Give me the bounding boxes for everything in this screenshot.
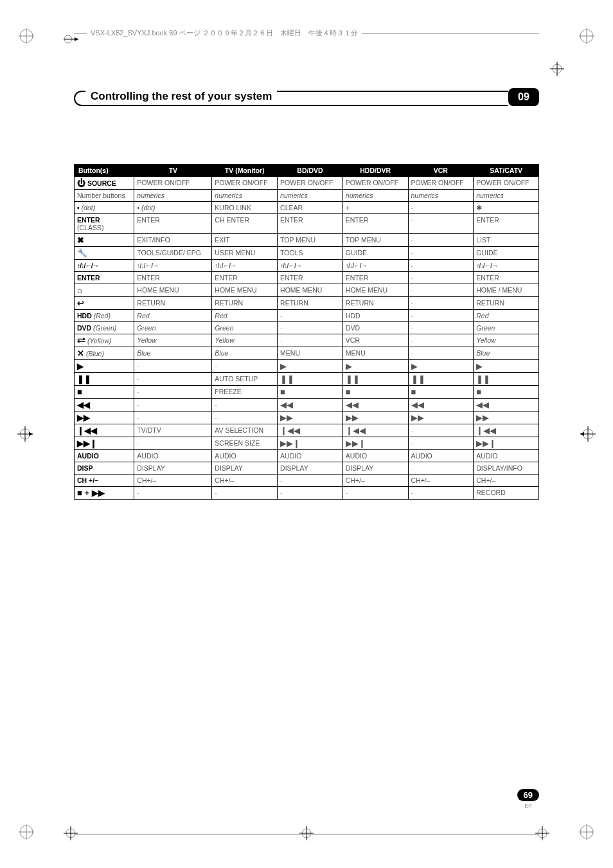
table-cell: DISPLAY (278, 462, 343, 475)
table-cell: MENU (278, 347, 343, 360)
table-cell: ▶ (408, 360, 474, 373)
table-cell: - (408, 234, 474, 247)
row-label: ⮂ (Yellow) (75, 334, 134, 347)
table-cell: AV SELECTION (212, 424, 278, 437)
table-cell: Green (474, 322, 539, 334)
table-cell: ENTER (474, 214, 539, 234)
col-buttons: Button(s) (75, 165, 134, 177)
table-cell: - (212, 487, 278, 500)
table-cell: ❙◀◀ (474, 424, 539, 437)
stop-icon: ■ (476, 387, 481, 397)
table-cell: numerics (212, 190, 278, 202)
stop-icon: ■ (77, 387, 82, 397)
table-cell: - (212, 399, 278, 411)
table-cell: ■ (278, 386, 343, 399)
table-cell: TOP MENU (278, 234, 343, 247)
table-row: ▶--▶▶▶▶ (75, 360, 539, 373)
table-cell: SCREEN SIZE (212, 437, 278, 450)
preset-code-table: Button(s)TVTV (Monitor)BD/DVDHDD/DVRVCRS… (74, 164, 539, 500)
stop-icon: ■ (280, 387, 285, 397)
arrows-icon: ↑/↓/←/→ (77, 262, 98, 269)
table-cell: DISPLAY/INFO (474, 462, 539, 475)
table-cell: Blue (474, 347, 539, 360)
table-cell: Green (134, 322, 212, 334)
table-cell: Red (134, 310, 212, 322)
table-cell: ▶▶ (278, 411, 343, 424)
table-cell: numerics (408, 190, 474, 202)
table-cell: ENTER (212, 272, 278, 284)
table-cell: - (408, 322, 474, 334)
rew-icon: ◀◀ (411, 400, 424, 410)
table-cell: AUDIO (408, 450, 474, 462)
table-cell: CH+/– (134, 475, 212, 487)
table-row: ⮂ (Yellow)YellowYellow-VCR-Yellow (75, 334, 539, 347)
table-cell: ▶▶ (342, 411, 408, 424)
table-cell: ◀◀ (408, 399, 474, 411)
loop-icon: ⮂ (77, 336, 85, 345)
page-number: 69 En (517, 789, 539, 809)
row-label: HDD (Red) (75, 310, 134, 322)
table-cell: numerics (342, 190, 408, 202)
ff-icon: ▶▶ (476, 413, 489, 422)
svg-marker-25 (75, 37, 78, 41)
home-icon: ⌂ (77, 285, 82, 295)
table-cell: AUDIO (278, 450, 343, 462)
col-device: VCR (408, 165, 474, 177)
table-cell: ❚❚ (278, 373, 343, 386)
page-lang: En (517, 802, 539, 809)
table-cell: EXIT (212, 234, 278, 247)
svg-marker-15 (29, 432, 33, 436)
table-cell: ▶▶❙ (342, 437, 408, 450)
table-cell: - (408, 334, 474, 347)
table-cell: POWER ON/OFF (212, 177, 278, 190)
chapter-header: Controlling the rest of your system 09 (74, 87, 539, 106)
table-cell: TOOLS/GUIDE/ EPG (134, 247, 212, 260)
table-cell: - (278, 334, 343, 347)
row-label: ■ (75, 386, 134, 399)
table-cell: ❚❚ (474, 373, 539, 386)
table-cell: - (278, 475, 343, 487)
table-cell: - (408, 272, 474, 284)
wrench-icon: 🔧 (77, 248, 87, 258)
table-cell: ↑/↓/←/→ (474, 260, 539, 272)
rew-icon: ◀◀ (476, 400, 489, 410)
row-label: ⌂ (75, 284, 134, 297)
row-label: ◀◀ (75, 399, 134, 411)
table-cell: - (408, 202, 474, 214)
page-number-value: 69 (517, 789, 539, 801)
cross-mark (299, 826, 314, 841)
arrows-icon: ↑/↓/←/→ (137, 262, 158, 269)
ff-icon: ▶▶ (77, 413, 90, 422)
arrows-icon: ↑/↓/←/→ (280, 262, 301, 269)
table-cell: POWER ON/OFF (408, 177, 474, 190)
table-row: ↑/↓/←/→↑/↓/←/→↑/↓/←/→↑/↓/←/→↑/↓/←/→-↑/↓/… (75, 260, 539, 272)
table-cell: RETURN (278, 297, 343, 310)
table-cell: Blue (212, 347, 278, 360)
table-cell: AUDIO (342, 450, 408, 462)
table-cell: CLEAR (278, 202, 343, 214)
play-icon: ▶ (280, 361, 287, 371)
table-cell: HOME / MENU (474, 284, 539, 297)
row-label: DVD (Green) (75, 322, 134, 334)
table-cell: DVD (342, 322, 408, 334)
row-label: ENTER(CLASS) (75, 214, 134, 234)
table-row: ❙◀◀TV/DTVAV SELECTION❙◀◀❙◀◀-❙◀◀ (75, 424, 539, 437)
table-cell: ◀◀ (278, 399, 343, 411)
table-cell: ↑/↓/←/→ (342, 260, 408, 272)
pause-icon: ❚❚ (77, 374, 91, 384)
cross-mark (535, 826, 550, 841)
table-cell: ◀◀ (342, 399, 408, 411)
table-cell: ❙◀◀ (278, 424, 343, 437)
cross-mark (16, 425, 34, 443)
row-label: Number buttons (75, 190, 134, 202)
next-icon: ▶▶❙ (280, 439, 300, 448)
registration-mark (576, 822, 597, 842)
table-cell: - (134, 437, 212, 450)
table-cell: CH+/– (342, 475, 408, 487)
table-cell: CH+/– (408, 475, 474, 487)
table-cell: RECORD (474, 487, 539, 500)
row-label: ✖ (75, 234, 134, 247)
table-cell: - (408, 247, 474, 260)
table-row: DVD (Green)GreenGreen-DVD-Green (75, 322, 539, 334)
table-cell: ▶▶❙ (474, 437, 539, 450)
